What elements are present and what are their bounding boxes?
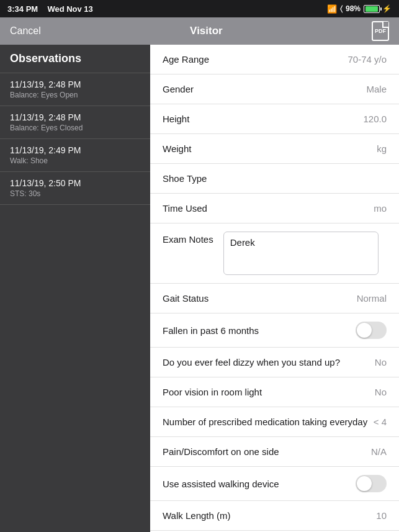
age-range-label: Age Range bbox=[163, 54, 209, 65]
item-desc: Balance: Eyes Open bbox=[10, 91, 140, 99]
item-date: 11/13/19, 2:50 PM bbox=[10, 178, 140, 188]
height-label: Height bbox=[163, 114, 189, 124]
weight-value: kg bbox=[377, 143, 387, 154]
signal-icon: 〈 bbox=[340, 4, 343, 13]
pain-label: Pain/Discomfort on one side bbox=[163, 446, 279, 457]
dizzy-row: Do you ever feel dizzy when you stand up… bbox=[150, 348, 399, 377]
height-value: 120.0 bbox=[363, 114, 387, 124]
item-date: 11/13/19, 2:48 PM bbox=[10, 112, 140, 122]
medication-row: Number of prescribed medication taking e… bbox=[150, 407, 399, 437]
weight-row: Weight kg bbox=[150, 134, 399, 164]
dizzy-label: Do you ever feel dizzy when you stand up… bbox=[163, 357, 340, 367]
item-desc: Walk: Shoe bbox=[10, 156, 140, 165]
exam-notes-label: Exam Notes bbox=[163, 232, 213, 245]
gait-status-label: Gait Status bbox=[163, 293, 208, 304]
walk-length-label: Walk Length (m) bbox=[163, 510, 230, 521]
pain-value: N/A bbox=[371, 446, 387, 457]
walk-length-row: Walk Length (m) 10 bbox=[150, 501, 399, 531]
item-date: 11/13/19, 2:48 PM bbox=[10, 79, 140, 89]
sidebar-header: Observations bbox=[0, 45, 150, 73]
gait-status-value: Normal bbox=[357, 293, 387, 304]
status-time: 3:34 PM bbox=[7, 4, 38, 14]
gender-row: Gender Male bbox=[150, 74, 399, 104]
gait-status-row: Gait Status Normal bbox=[150, 284, 399, 313]
walking-device-label: Use assisted walking device bbox=[163, 479, 279, 489]
wifi-icon: 📶 bbox=[327, 4, 337, 14]
age-range-value: 70-74 y/o bbox=[347, 54, 387, 65]
time-used-row: Time Used mo bbox=[150, 194, 399, 223]
pdf-icon: PDF bbox=[372, 21, 389, 41]
fallen-row: Fallen in past 6 months bbox=[150, 313, 399, 348]
item-date: 11/13/19, 2:49 PM bbox=[10, 145, 140, 155]
dizzy-value: No bbox=[375, 357, 387, 367]
list-item[interactable]: 11/13/19, 2:50 PM STS: 30s bbox=[0, 172, 150, 205]
shoe-type-row: Shoe Type bbox=[150, 164, 399, 194]
gender-label: Gender bbox=[163, 84, 194, 94]
fallen-label: Fallen in past 6 months bbox=[163, 325, 259, 336]
nav-bar: Cancel Visitor PDF bbox=[0, 17, 399, 45]
item-desc: STS: 30s bbox=[10, 189, 140, 198]
weight-label: Weight bbox=[163, 143, 191, 154]
status-date: Wed Nov 13 bbox=[47, 4, 92, 14]
poor-vision-label: Poor vision in room light bbox=[163, 387, 262, 397]
battery-percent: 98% bbox=[346, 4, 361, 13]
sidebar: Observations 11/13/19, 2:48 PM Balance: … bbox=[0, 45, 150, 532]
exam-notes-row: Exam Notes Derek bbox=[150, 223, 399, 284]
main-layout: Observations 11/13/19, 2:48 PM Balance: … bbox=[0, 45, 399, 532]
list-item[interactable]: 11/13/19, 2:48 PM Balance: Eyes Open bbox=[0, 73, 150, 106]
walk-length-value: 10 bbox=[376, 510, 387, 521]
status-icons: 📶 〈 98% ⚡ bbox=[327, 4, 392, 14]
medication-value: < 4 bbox=[374, 417, 387, 427]
exam-notes-input[interactable]: Derek bbox=[223, 232, 379, 275]
pdf-label: PDF bbox=[375, 28, 386, 34]
cancel-button[interactable]: Cancel bbox=[10, 25, 41, 37]
poor-vision-value: No bbox=[375, 387, 387, 397]
status-bar: 3:34 PM Wed Nov 13 📶 〈 98% ⚡ bbox=[0, 0, 399, 17]
sidebar-title: Observations bbox=[10, 52, 81, 65]
age-range-row: Age Range 70-74 y/o bbox=[150, 45, 399, 74]
item-desc: Balance: Eyes Closed bbox=[10, 124, 140, 132]
walking-device-toggle[interactable] bbox=[356, 475, 387, 492]
time-used-label: Time Used bbox=[163, 203, 207, 214]
fallen-toggle-knob bbox=[357, 323, 372, 338]
gender-value: Male bbox=[366, 84, 387, 94]
status-time-date: 3:34 PM Wed Nov 13 bbox=[7, 4, 93, 14]
walking-device-toggle-knob bbox=[357, 476, 372, 491]
right-panel: Age Range 70-74 y/o Gender Male Height 1… bbox=[150, 45, 399, 532]
height-row: Height 120.0 bbox=[150, 104, 399, 134]
list-item[interactable]: 11/13/19, 2:48 PM Balance: Eyes Closed bbox=[0, 106, 150, 139]
time-used-value: mo bbox=[374, 203, 387, 214]
shoe-type-label: Shoe Type bbox=[163, 173, 207, 184]
pain-row: Pain/Discomfort on one side N/A bbox=[150, 437, 399, 467]
fallen-toggle[interactable] bbox=[356, 322, 387, 339]
list-item[interactable]: 11/13/19, 2:49 PM Walk: Shoe bbox=[0, 139, 150, 172]
walking-device-row: Use assisted walking device bbox=[150, 467, 399, 501]
page-title: Visitor bbox=[190, 25, 223, 37]
medication-label: Number of prescribed medication taking e… bbox=[163, 417, 367, 427]
pdf-button[interactable]: PDF bbox=[372, 21, 389, 41]
battery-icon: ⚡ bbox=[364, 4, 392, 13]
poor-vision-row: Poor vision in room light No bbox=[150, 377, 399, 407]
